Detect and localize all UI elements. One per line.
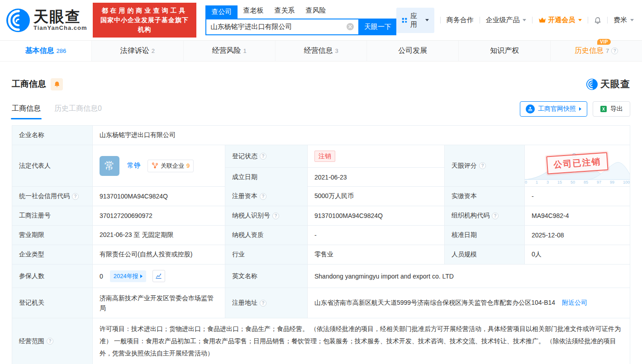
divider (588, 17, 588, 24)
help-icon[interactable]: ? (260, 300, 266, 307)
divider (480, 17, 480, 24)
apps-button[interactable]: 应用 (396, 8, 434, 33)
related-label: 关联企业 (161, 162, 184, 170)
subtab-count: 0 (98, 104, 102, 112)
tab-intellectual-property[interactable]: 知识产权 (459, 41, 551, 61)
tianyan-score-gauge: 0131550859799100 公司已注销 (525, 145, 630, 186)
field-value-approval-date: 2025-12-08 (525, 226, 630, 245)
chevron-down-icon (425, 19, 429, 21)
nearby-companies-link[interactable]: 附近公司 (562, 299, 587, 307)
help-icon[interactable]: ? (611, 47, 618, 54)
search-tab-company[interactable]: 查公司 (205, 5, 238, 19)
subscribe-bell-button[interactable] (51, 78, 63, 90)
apps-label: 应用 (410, 12, 421, 29)
status-date-stack: 登记状态? 注销 成立日期 2021-06-23 (225, 145, 445, 186)
field-label-company-type: 企业类型 (12, 245, 93, 264)
crown-icon (538, 17, 546, 24)
legal-rep-link[interactable]: 常铮 (127, 161, 141, 170)
table-row: 参保人数 0 2024年报 英文名称 Shandong yangmingyu i… (12, 265, 630, 288)
help-icon[interactable]: ? (260, 193, 266, 200)
official-snapshot-button[interactable]: 工商官网快照 (520, 101, 587, 117)
field-value-org-code: MA94C982-4 (525, 206, 630, 225)
brand-name: 天眼查 (33, 9, 87, 24)
field-label-business-term: 营业期限 (12, 226, 93, 245)
help-icon[interactable]: ? (260, 153, 266, 160)
field-value-industry: 零售业 (308, 245, 445, 264)
chevron-down-icon (523, 19, 526, 21)
field-label-legal-representative: 法定代表人 (12, 145, 93, 186)
section-header: 工商信息 天眼查 (12, 78, 630, 90)
search-tab-risk[interactable]: 查风险 (300, 6, 331, 19)
help-icon[interactable]: ? (72, 193, 79, 200)
field-label-registration-authority: 登记机关 (12, 288, 93, 318)
table-row: 企业名称 山东杨铭宇进出口有限公司 (12, 126, 630, 145)
user-menu[interactable]: 费米 (613, 16, 634, 24)
field-label-registered-capital: 注册资本? (225, 187, 308, 206)
nav-business-coop[interactable]: 商务合作 (447, 16, 474, 24)
field-value-legal-representative: 常 常铮 关联企业 9 (93, 145, 225, 186)
promo-line-2: 国家中小企业发展子基金旗下机构 (97, 15, 192, 34)
field-value-unified-code: 91370100MA94C9824Q (93, 187, 225, 206)
avatar[interactable]: 常 (100, 156, 119, 176)
search-input-wrap (205, 19, 359, 35)
field-label-taxpayer-id: 纳税人识别号? (225, 206, 308, 225)
clear-search-icon[interactable] (346, 23, 354, 31)
field-label-taxpayer-quality: 纳税人资质 (225, 226, 308, 245)
field-label-approval-date: 核准日期 (445, 226, 525, 245)
trend-chart-icon (155, 273, 162, 279)
search-tab-boss[interactable]: 查老板 (238, 6, 269, 19)
subtab-label: 历史工商信息 (54, 104, 98, 112)
nav-open-vip[interactable]: 开通会员 (538, 16, 582, 24)
search-block: 查公司 查老板 查关系 查风险 天眼一下 (205, 5, 396, 35)
subtab-row: 工商信息 历史工商信息0 工商官网快照 导出 (12, 101, 630, 119)
field-label-registered-address: 注册地址? (225, 288, 308, 318)
field-label-english-name: 英文名称 (225, 265, 308, 288)
help-icon[interactable]: ? (479, 162, 486, 169)
annual-report-link[interactable]: 2024年报 (110, 270, 146, 282)
search-input[interactable] (210, 23, 346, 31)
snapshot-label: 工商官网快照 (538, 105, 576, 113)
field-label-org-code: 组织机构代码? (445, 206, 525, 225)
table-row: 经营范围? 许可项目：技术进出口；货物进出口；食品进出口；食品生产；食品经营。 … (12, 318, 630, 364)
export-button[interactable]: 导出 (593, 101, 630, 117)
tab-company-development[interactable]: 公司发展 (367, 41, 459, 61)
apps-grid-icon (402, 17, 407, 24)
tab-count: 286 (57, 47, 67, 54)
field-label-registration-status: 登记状态? (225, 145, 308, 167)
field-value-staff-size: 0人 (525, 245, 630, 264)
insured-trend-button[interactable] (152, 270, 165, 282)
nav-enterprise-products[interactable]: 企业级产品 (485, 16, 526, 24)
subtab-history-business-info[interactable]: 历史工商信息0 (54, 104, 102, 119)
search-tab-relation[interactable]: 查关系 (269, 6, 300, 19)
table-row: 营业期限 2021-06-23 至 无固定期限 纳税人资质 - 核准日期 202… (12, 226, 630, 245)
username: 费米 (613, 16, 627, 24)
tab-legal-litigation[interactable]: 法律诉讼 2 (92, 41, 184, 61)
search-tabs: 查公司 查老板 查关系 查风险 (205, 5, 396, 19)
tab-count: 3 (335, 47, 338, 54)
tab-label: 经营风险 (212, 46, 241, 56)
field-value-registration-status: 注销 (308, 145, 445, 167)
field-label-company-name: 企业名称 (12, 126, 93, 145)
subtab-business-info[interactable]: 工商信息 (12, 104, 41, 119)
excel-icon (600, 105, 607, 113)
company-detail-tabs: 基本信息 286 法律诉讼 2 经营风险 1 经营信息 3 公司发展 知识产权 … (0, 41, 642, 61)
arrow-right-icon (579, 107, 581, 111)
tab-operation-info[interactable]: 经营信息 3 (276, 41, 367, 61)
help-icon[interactable]: ? (47, 338, 53, 345)
notification-bell-icon[interactable] (594, 16, 601, 25)
related-companies-badge[interactable]: 关联企业 9 (147, 160, 194, 172)
tab-basic-info[interactable]: 基本信息 286 (0, 41, 92, 61)
tianyancha-logo[interactable]: 天眼查 TianYanCha.com (6, 9, 87, 32)
help-icon[interactable]: ? (272, 213, 279, 219)
help-icon[interactable]: ? (492, 213, 499, 219)
tab-count: 1 (243, 47, 247, 54)
tab-label: 法律诉讼 (120, 46, 149, 56)
search-button[interactable]: 天眼一下 (359, 19, 396, 35)
tab-operation-risk[interactable]: 经营风险 1 (184, 41, 276, 61)
field-value-business-term: 2021-06-23 至 无固定期限 (93, 226, 225, 245)
watermark-text: 天眼查 (600, 78, 630, 90)
field-label-unified-code: 统一社会信用代码? (12, 187, 93, 206)
tab-count: 7 (606, 47, 609, 54)
field-label-registration-number: 工商注册号 (12, 206, 93, 225)
tab-history-info[interactable]: 历史信息 VIP 7 ? (551, 41, 642, 61)
